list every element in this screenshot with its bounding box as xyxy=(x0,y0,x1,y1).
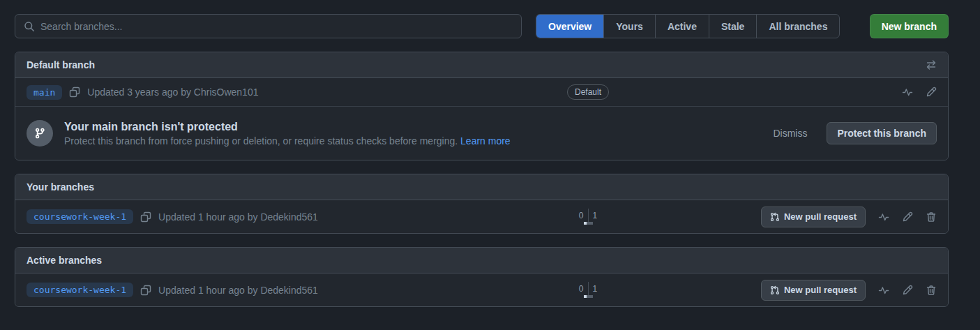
default-branch-row: main Updated 3 years ago by ChrisOwen101… xyxy=(15,78,948,106)
rename-branch-button[interactable] xyxy=(902,211,913,223)
tab-active[interactable]: Active xyxy=(655,15,709,38)
git-branch-icon xyxy=(27,120,53,147)
default-branch-header: Default branch xyxy=(15,52,948,78)
notice-description-text: Protect this branch from force pushing o… xyxy=(64,135,458,147)
section-title: Active branches xyxy=(27,255,532,266)
branch-updated-text: Updated 1 hour ago by Dedekind561 xyxy=(158,285,318,296)
active-branches-panel: Active branches coursework-week-1 Update… xyxy=(15,247,949,307)
copy-branch-name-button[interactable] xyxy=(69,87,80,98)
protect-branch-button[interactable]: Protect this branch xyxy=(827,122,937,144)
new-branch-button[interactable]: New branch xyxy=(870,14,949,38)
trash-icon xyxy=(926,211,937,223)
active-branch-row: coursework-week-1 Updated 1 hour ago by … xyxy=(15,273,948,306)
branch-updated-text: Updated 1 hour ago by Dedekind561 xyxy=(158,211,318,223)
behind-count: 0 xyxy=(575,284,588,294)
copy-icon xyxy=(140,285,151,296)
active-branches-header: Active branches xyxy=(15,248,948,273)
rename-branch-button[interactable] xyxy=(926,87,937,98)
branch-link-coursework-week-1[interactable]: coursework-week-1 xyxy=(27,283,133,297)
pencil-icon xyxy=(902,285,913,296)
your-branches-header: Your branches xyxy=(15,174,948,200)
ahead-bar xyxy=(587,222,593,225)
ahead-behind-counter: 0 1 xyxy=(575,282,601,298)
new-pull-request-label: New pull request xyxy=(784,211,857,222)
branch-activity-button[interactable] xyxy=(902,87,913,98)
pulse-icon xyxy=(878,211,889,223)
copy-branch-name-button[interactable] xyxy=(140,285,151,296)
rename-branch-button[interactable] xyxy=(902,285,913,296)
branch-link-main[interactable]: main xyxy=(27,85,62,100)
branch-activity-button[interactable] xyxy=(878,285,889,296)
branch-filter-tabs: Overview Yours Active Stale All branches xyxy=(536,14,840,38)
section-title: Default branch xyxy=(27,59,532,70)
git-pull-request-icon xyxy=(770,285,780,295)
branches-page: Overview Yours Active Stale All branches… xyxy=(15,14,949,307)
default-branch-panel: Default branch main xyxy=(15,52,949,160)
behind-count: 0 xyxy=(575,211,588,220)
tab-yours[interactable]: Yours xyxy=(603,15,655,38)
new-pull-request-button[interactable]: New pull request xyxy=(761,280,866,301)
search-branches-box[interactable] xyxy=(15,14,522,38)
ahead-bar xyxy=(587,295,593,298)
notice-description: Protect this branch from force pushing o… xyxy=(64,135,762,147)
ahead-behind-counter: 0 1 xyxy=(575,209,601,225)
pencil-icon xyxy=(926,87,937,98)
arrow-switch-icon xyxy=(926,59,937,70)
notice-title: Your main branch isn't protected xyxy=(64,121,762,133)
git-pull-request-icon xyxy=(770,212,780,222)
your-branch-row: coursework-week-1 Updated 1 hour ago by … xyxy=(15,200,948,233)
pulse-icon xyxy=(878,285,889,296)
dismiss-button[interactable]: Dismiss xyxy=(773,128,807,139)
switch-default-branch-button[interactable] xyxy=(926,59,937,70)
section-title: Your branches xyxy=(27,181,532,193)
copy-icon xyxy=(69,87,80,98)
trash-icon xyxy=(926,285,937,296)
ahead-count: 1 xyxy=(589,284,602,294)
tab-stale[interactable]: Stale xyxy=(709,15,756,38)
pulse-icon xyxy=(902,87,913,98)
new-pull-request-label: New pull request xyxy=(784,285,857,295)
pencil-icon xyxy=(902,211,913,223)
your-branches-panel: Your branches coursework-week-1 Updated … xyxy=(15,174,949,234)
branch-activity-button[interactable] xyxy=(878,211,889,223)
branch-updated-text: Updated 3 years ago by ChrisOwen101 xyxy=(87,87,258,98)
tab-all-branches[interactable]: All branches xyxy=(756,15,839,38)
delete-branch-button[interactable] xyxy=(926,285,937,296)
default-badge: Default xyxy=(567,84,609,100)
ahead-count: 1 xyxy=(589,211,602,220)
search-branches-input[interactable] xyxy=(40,21,513,32)
copy-branch-name-button[interactable] xyxy=(140,211,151,223)
branch-link-coursework-week-1[interactable]: coursework-week-1 xyxy=(27,209,133,224)
learn-more-link[interactable]: Learn more xyxy=(460,135,511,147)
top-bar: Overview Yours Active Stale All branches… xyxy=(15,14,949,38)
new-pull-request-button[interactable]: New pull request xyxy=(761,207,866,227)
search-icon xyxy=(24,21,35,32)
copy-icon xyxy=(140,211,151,223)
branch-protection-notice: Your main branch isn't protected Protect… xyxy=(15,106,948,160)
tab-overview[interactable]: Overview xyxy=(536,15,603,38)
delete-branch-button[interactable] xyxy=(926,211,937,223)
